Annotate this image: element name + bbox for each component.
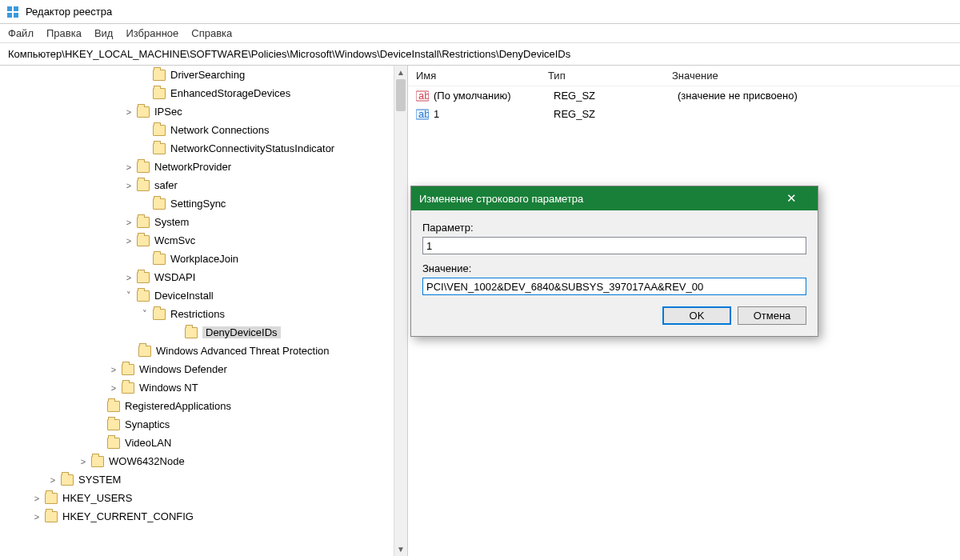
chevron-right-icon[interactable]: >: [32, 494, 42, 503]
chevron-right-icon[interactable]: >: [109, 383, 118, 393]
tree-node[interactable]: >IPSec: [0, 102, 407, 121]
tree-node[interactable]: ˅DeviceInstall: [0, 286, 407, 305]
tree-node[interactable]: >WSDAPI: [0, 268, 407, 286]
value-type: REG_SZ: [554, 108, 678, 120]
svg-text:ab: ab: [418, 108, 429, 120]
chevron-right-icon[interactable]: >: [48, 475, 58, 485]
tree-node[interactable]: >HKEY_CURRENT_CONFIG: [0, 507, 407, 526]
folder-icon: [137, 106, 150, 118]
folder-icon: [137, 290, 150, 302]
folder-icon: [107, 401, 120, 412]
scroll-thumb[interactable]: [396, 79, 406, 111]
tree-node[interactable]: >SYSTEM: [0, 470, 407, 489]
string-value-icon: ab: [416, 90, 429, 102]
tree-node-label: NetworkProvider: [154, 161, 231, 173]
tree-node[interactable]: >HKEY_USERS: [0, 489, 407, 507]
registry-tree[interactable]: DriverSearchingEnhancedStorageDevices>IP…: [0, 66, 408, 556]
folder-icon: [153, 309, 166, 320]
tree-node[interactable]: >NetworkProvider: [0, 158, 407, 176]
chevron-right-icon[interactable]: >: [124, 162, 134, 172]
tree-node-label: Synaptics: [125, 418, 170, 430]
svg-rect-1: [14, 6, 18, 11]
tree-node[interactable]: NetworkConnectivityStatusIndicator: [0, 139, 407, 158]
close-icon[interactable]: ✕: [774, 186, 810, 210]
folder-icon: [153, 88, 166, 99]
folder-icon: [153, 70, 166, 81]
regedit-icon: [6, 6, 19, 18]
tree-node-label: NetworkConnectivityStatusIndicator: [170, 142, 334, 154]
tree-node[interactable]: WorkplaceJoin: [0, 250, 407, 268]
tree-node-label: VideoLAN: [125, 437, 171, 449]
folder-icon: [137, 272, 150, 283]
folder-icon: [185, 327, 198, 338]
tree-node[interactable]: DenyDeviceIDs: [0, 323, 407, 342]
dialog-titlebar[interactable]: Изменение строкового параметра ✕: [411, 186, 818, 210]
tree-node[interactable]: SettingSync: [0, 194, 407, 213]
tree-node[interactable]: Windows Advanced Threat Protection: [0, 342, 407, 360]
tree-node-label: Network Connections: [170, 124, 270, 136]
tree-node-label: DenyDeviceIDs: [202, 326, 281, 338]
value-label: Значение:: [422, 262, 806, 274]
chevron-right-icon[interactable]: >: [124, 273, 134, 282]
tree-node[interactable]: ˅Restrictions: [0, 305, 407, 323]
menu-help[interactable]: Справка: [191, 27, 232, 39]
tree-node-label: WorkplaceJoin: [170, 253, 238, 265]
address-bar[interactable]: Компьютер\HKEY_LOCAL_MACHINE\SOFTWARE\Po…: [0, 43, 960, 66]
tree-node[interactable]: Network Connections: [0, 121, 407, 139]
col-type-header[interactable]: Тип: [548, 70, 672, 82]
window-titlebar: Редактор реестра: [0, 0, 960, 24]
tree-node-label: Windows Defender: [139, 363, 227, 375]
tree-node-label: HKEY_CURRENT_CONFIG: [62, 510, 194, 522]
tree-node-label: HKEY_USERS: [62, 492, 132, 504]
tree-node[interactable]: >WcmSvc: [0, 231, 407, 250]
folder-icon: [122, 382, 134, 394]
tree-node[interactable]: RegisteredApplications: [0, 397, 407, 415]
menu-fav[interactable]: Избранное: [126, 27, 178, 39]
tree-node[interactable]: VideoLAN: [0, 434, 407, 452]
chevron-right-icon[interactable]: >: [78, 457, 88, 466]
chevron-right-icon[interactable]: >: [124, 236, 134, 246]
tree-node-label: EnhancedStorageDevices: [170, 87, 290, 99]
scroll-down-icon[interactable]: ▼: [394, 542, 407, 556]
svg-rect-3: [14, 13, 18, 18]
list-header: Имя Тип Значение: [408, 66, 960, 86]
tree-node[interactable]: >Windows NT: [0, 378, 407, 397]
chevron-down-icon[interactable]: ˅: [140, 309, 150, 319]
chevron-right-icon[interactable]: >: [124, 181, 134, 190]
cancel-button[interactable]: Отмена: [738, 306, 806, 325]
chevron-right-icon[interactable]: >: [124, 218, 134, 227]
menu-file[interactable]: Файл: [8, 27, 34, 39]
tree-node[interactable]: DriverSearching: [0, 66, 407, 84]
folder-icon: [137, 162, 150, 173]
menu-edit[interactable]: Правка: [46, 27, 82, 39]
scroll-up-icon[interactable]: ▲: [394, 66, 407, 79]
svg-rect-0: [7, 6, 12, 11]
tree-node-label: WOW6432Node: [109, 455, 185, 467]
chevron-right-icon[interactable]: >: [124, 107, 134, 117]
folder-icon: [153, 198, 166, 210]
tree-node-label: DriverSearching: [170, 69, 245, 81]
chevron-right-icon[interactable]: >: [32, 512, 42, 522]
ok-button[interactable]: OK: [662, 306, 731, 325]
param-input[interactable]: [422, 237, 806, 254]
tree-scrollbar[interactable]: ▲ ▼: [394, 66, 407, 556]
folder-icon: [91, 456, 104, 467]
tree-node[interactable]: >WOW6432Node: [0, 452, 407, 470]
list-item[interactable]: ab 1 REG_SZ: [416, 105, 952, 123]
list-item[interactable]: ab (По умолчанию) REG_SZ (значение не пр…: [416, 86, 952, 105]
svg-text:ab: ab: [418, 90, 429, 102]
chevron-right-icon[interactable]: >: [109, 365, 118, 374]
tree-node-label: Windows NT: [139, 382, 198, 394]
tree-node-label: safer: [154, 179, 178, 191]
col-value-header[interactable]: Значение: [672, 70, 952, 82]
tree-node[interactable]: >safer: [0, 176, 407, 194]
chevron-down-icon[interactable]: ˅: [124, 290, 134, 301]
col-name-header[interactable]: Имя: [416, 70, 548, 82]
tree-node[interactable]: >Windows Defender: [0, 360, 407, 378]
tree-node[interactable]: EnhancedStorageDevices: [0, 84, 407, 102]
tree-node[interactable]: >System: [0, 213, 407, 231]
menu-view[interactable]: Вид: [94, 27, 114, 39]
value-input[interactable]: [422, 278, 806, 295]
folder-icon: [107, 419, 120, 430]
tree-node[interactable]: Synaptics: [0, 415, 407, 434]
